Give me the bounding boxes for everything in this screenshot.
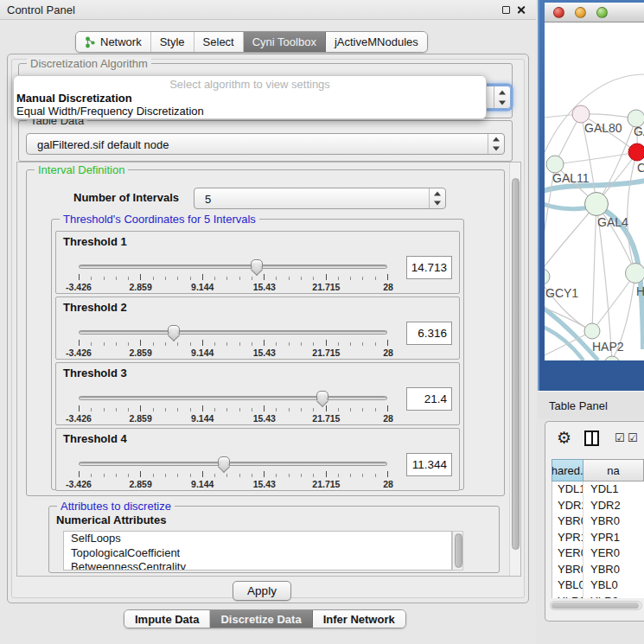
threshold-4-value-field[interactable]: 11.344: [406, 453, 452, 476]
table-horizontal-scrollbar[interactable]: [550, 601, 642, 610]
slider-track[interactable]: [79, 330, 387, 335]
num-intervals-label: Number of Intervals: [73, 191, 179, 204]
slider-scale-labels: -3.4262.8599.14415.4321.71528: [79, 282, 388, 293]
node-highlighted-red[interactable]: [628, 143, 644, 161]
slider-thumb[interactable]: [168, 325, 180, 335]
scroll-thumb[interactable]: [552, 603, 639, 609]
slider-thumb[interactable]: [251, 259, 263, 269]
threshold-1-slider[interactable]: -3.4262.8599.14415.4321.71528: [79, 259, 387, 294]
dropdown-option-manual[interactable]: Manual Discretization: [14, 92, 486, 105]
threshold-3-panel: Threshold 3 -3.4262.8599.14415.4321.7152…: [55, 362, 460, 425]
checkbox-icon[interactable]: ☑: [615, 431, 625, 444]
float-icon[interactable]: [502, 6, 510, 14]
node-gal11[interactable]: [546, 156, 564, 173]
minimize-traffic-light-icon[interactable]: [575, 7, 586, 18]
panel-title: Control Panel: [7, 3, 75, 16]
tab-label: Network: [100, 35, 142, 48]
close-traffic-light-icon[interactable]: [553, 7, 564, 18]
network-icon: [85, 36, 96, 48]
table-row[interactable]: YPR145W YPR1: [552, 530, 644, 546]
group-title: Attributes to discretize: [57, 500, 175, 513]
columns-icon[interactable]: [584, 430, 599, 446]
table-row[interactable]: YBR045C YBR0: [552, 562, 644, 578]
attributes-group: Attributes to discretize Numerical Attri…: [48, 506, 500, 573]
control-panel-titlebar: Control Panel: [0, 0, 536, 20]
threshold-2-slider[interactable]: -3.4262.8599.14415.4321.71528: [79, 325, 387, 360]
node-gcy1[interactable]: [545, 269, 550, 284]
node-label-partial-right: C: [637, 161, 644, 175]
attributes-list-scrollbar[interactable]: [452, 531, 463, 571]
node-label-partial-mid: H: [636, 284, 644, 298]
tab-discretize-data[interactable]: Discretize Data: [210, 610, 312, 628]
checkbox-icon[interactable]: ☑: [628, 431, 638, 444]
scroll-thumb[interactable]: [512, 178, 520, 550]
tab-network[interactable]: Network: [76, 32, 151, 52]
slider-thumb[interactable]: [316, 391, 328, 400]
combo-value: galFiltered.sif default node: [37, 137, 169, 150]
node-h[interactable]: [626, 264, 644, 284]
table-row[interactable]: YBR043C YBR0: [552, 513, 644, 530]
network-view-window: GAL80 GAL11 GAL4 GCY1 HAP2 GA C H: [538, 0, 644, 391]
slider-ticks: [79, 340, 389, 346]
close-icon[interactable]: [516, 5, 526, 15]
tab-select[interactable]: Select: [194, 32, 244, 52]
table-panel-titlebar: Table Panel: [538, 391, 644, 419]
table-row[interactable]: YDL19... YDL1: [552, 481, 644, 498]
threshold-4-panel: Threshold 4 -3.4262.8599.14415.4321.7152…: [55, 428, 460, 491]
slider-scale-labels: -3.4262.8599.14415.4321.71528: [79, 413, 388, 424]
table-data-combo[interactable]: galFiltered.sif default node: [26, 133, 505, 155]
apply-button[interactable]: Apply: [233, 581, 291, 601]
list-item[interactable]: BetweennessCentrality: [64, 560, 451, 571]
slider-track[interactable]: [79, 462, 387, 466]
column-header-name[interactable]: na: [583, 459, 644, 481]
threshold-4-slider[interactable]: -3.4262.8599.14415.4321.71528: [79, 456, 387, 491]
num-intervals-combo[interactable]: 5: [194, 188, 446, 209]
stepper-icon: [429, 188, 445, 208]
dropdown-hint: Select algorithm to view settings: [14, 78, 486, 92]
dropdown-option-equal-width[interactable]: Equal Width/Frequency Discretization: [14, 105, 486, 118]
slider-track[interactable]: [79, 265, 387, 269]
table-row[interactable]: YBL079W YBL0: [552, 577, 644, 594]
threshold-1-value-field[interactable]: 14.713: [406, 256, 452, 279]
zoom-traffic-light-icon[interactable]: [596, 7, 608, 18]
gear-icon[interactable]: ⚙: [557, 429, 571, 448]
tab-style[interactable]: Style: [151, 32, 194, 52]
threshold-2-value-field[interactable]: 6.316: [406, 322, 452, 345]
group-title: Discretization Algorithm: [27, 57, 151, 70]
node-bottom-partial[interactable]: [604, 356, 620, 360]
node-label-partial-top: GA: [634, 124, 644, 138]
list-item[interactable]: TopologicalCoefficient: [64, 546, 451, 561]
node-hap2[interactable]: [584, 323, 600, 339]
node-gal80[interactable]: [572, 105, 590, 123]
slider-thumb[interactable]: [218, 456, 230, 466]
network-canvas[interactable]: GAL80 GAL11 GAL4 GCY1 HAP2 GA C H: [545, 22, 644, 360]
threshold-3-slider[interactable]: -3.4262.8599.14415.4321.71528: [79, 391, 387, 425]
attributes-list: SelfLoopsTopologicalCoefficientBetweenne…: [63, 531, 452, 571]
tab-cyni-toolbox[interactable]: Cyni Toolbox: [244, 32, 326, 52]
list-item[interactable]: SelfLoops: [64, 532, 451, 546]
table-data-group: Table Data galFiltered.sif default node: [18, 120, 513, 162]
slider-ticks: [79, 405, 389, 411]
slider-scale-labels: -3.4262.8599.14415.4321.71528: [79, 348, 388, 359]
network-window-inner: GAL80 GAL11 GAL4 GCY1 HAP2 GA C H: [545, 3, 644, 360]
scroll-thumb[interactable]: [455, 533, 462, 568]
table-row[interactable]: YDR27... YDR2: [552, 498, 644, 514]
table-row[interactable]: YER054C YER0: [552, 545, 644, 562]
tab-infer-network[interactable]: Infer Network: [313, 610, 405, 628]
table-panel-title: Table Panel: [549, 399, 608, 412]
node-label-gal80: GAL80: [584, 121, 622, 135]
bottom-tab-bar: Impute Data Discretize Data Infer Networ…: [124, 609, 406, 628]
combo-value: 5: [205, 192, 211, 205]
node-label-gcy1: GCY1: [545, 286, 578, 300]
tab-impute-data[interactable]: Impute Data: [124, 610, 210, 628]
tab-jactivemnodules[interactable]: jActiveMNodules: [326, 32, 427, 52]
slider-track[interactable]: [79, 396, 387, 400]
settings-vertical-scrollbar[interactable]: [509, 163, 520, 576]
node-label-gal11: GAL11: [552, 171, 590, 185]
column-header-shared-name[interactable]: shared...: [552, 459, 583, 481]
table-row[interactable]: YLR345W YLR3: [552, 594, 644, 599]
threshold-3-value-field[interactable]: 21.4: [406, 387, 452, 411]
top-tab-bar: Network Style Select Cyni Toolbox jActiv…: [75, 31, 428, 53]
control-panel: Control Panel Network Style Select Cyni …: [0, 0, 536, 644]
node-gal4[interactable]: [585, 193, 609, 216]
